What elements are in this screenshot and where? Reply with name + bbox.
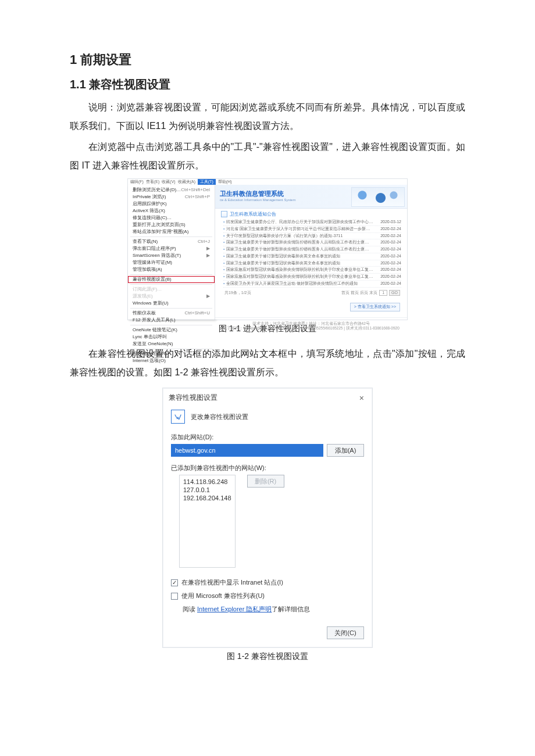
notice-row[interactable]: •国家卫生健康委关于修订新型冠状病毒肺炎英文命名事宜的通知2020-02-24 — [223, 260, 401, 267]
menu-item[interactable]: SmartScreen 筛选器(T)▶ — [128, 252, 215, 259]
site-title: 卫生科教信息管理系统 — [220, 190, 295, 198]
add-site-label: 添加此网站(D): — [163, 433, 372, 444]
menubar-item[interactable]: 收藏(V) — [162, 180, 175, 185]
list-item[interactable]: 114.118.96.248 — [183, 478, 231, 486]
intranet-checkbox[interactable]: ✓ — [171, 579, 178, 586]
notice-row[interactable]: •全国爱卫办关于深入开展爱国卫生运动 做好新冠肺炎疫情防控工作的通知2020-0… — [223, 281, 401, 288]
notice-row[interactable]: •国家卫生健康委关于做好新型肺炎疫情防控牺牲医务人员和防疫工作者烈士褒…2020… — [223, 246, 401, 253]
menu-item[interactable]: 管理媒体许可证(M) — [128, 259, 215, 266]
close-button[interactable]: 关闭(C) — [327, 626, 364, 639]
menu-item[interactable]: InPrivate 浏览(I)Ctrl+Shift+P — [128, 194, 215, 200]
ie-menubar: 编辑(F) 查看(E) 收藏(V) 收藏夹(A) 工具(T) 帮助(H) — [128, 179, 407, 185]
intranet-checkbox-label: 在兼容性视图中显示 Intranet 站点(I) — [181, 578, 283, 587]
site-subtitle: ce & Education Information Management Sy… — [220, 198, 295, 203]
figure-2-caption: 图 1-2 兼容性视图设置 — [70, 651, 465, 662]
site-footer: 技术支持：河北省卫生健康委 | 地址：河北省石家庄市合作路42号 电子邮件：hb… — [215, 317, 407, 333]
pager-go-button[interactable]: GO — [389, 290, 400, 296]
menu-item[interactable]: Windows 更新(U) — [128, 300, 215, 307]
pager-page-input[interactable]: 1 — [379, 290, 387, 296]
menu-item[interactable]: ActiveX 筛选(X) — [128, 207, 215, 214]
menu-item[interactable]: Lync 单击以呼叫 — [128, 334, 215, 341]
page-content: 卫生科教信息管理系统 ce & Education Information Ma… — [215, 185, 407, 320]
view-more-button[interactable]: > 查看卫生系统通知 >> — [350, 303, 400, 311]
dialog-heading: 更改兼容性视图设置 — [191, 413, 248, 421]
menubar-item[interactable]: 编辑(F) — [130, 180, 144, 185]
list-item[interactable]: 192.168.204.148 — [183, 494, 231, 502]
menu-item[interactable]: 性能仪表板Ctrl+Shift+U — [128, 310, 215, 317]
menubar-item[interactable]: 查看(E) — [146, 180, 159, 185]
remove-button[interactable]: 删除(R) — [247, 475, 284, 488]
pager-summary: 共19条，1/2页 — [224, 291, 251, 296]
privacy-link[interactable]: Internet Explorer 隐私声明 — [197, 605, 272, 612]
notice-row[interactable]: •转发国家卫生健康委办公厅、民政部办公厅关于加强应对新冠肺炎疫情工作中心…202… — [223, 219, 401, 226]
notice-section-title: 卫生科教系统通知公告 — [221, 211, 404, 217]
paragraph-step2: 在兼容性视图设置的对话框的添加此网站文本框中，填写系统地址，点击"添加"按钮，完… — [70, 345, 465, 382]
menubar-help[interactable]: 帮助(H) — [218, 180, 232, 185]
add-site-input[interactable] — [171, 444, 323, 457]
menu-item: 订阅此源(F)… — [128, 286, 215, 293]
pager: 共19条，1/2页 首页 前页 后页 末页 1 GO — [224, 288, 400, 298]
notice-row[interactable]: •国家应急应对新型冠状病毒感染肺炎疫情联防联控机制关于印发企事业单位工复…202… — [223, 267, 401, 274]
list-item[interactable]: 127.0.0.1 — [183, 486, 231, 494]
menubar-tools[interactable]: 工具(T) — [198, 179, 216, 185]
menu-item[interactable]: 兼容性视图设置(B) — [128, 276, 215, 283]
privacy-line: 阅读 Internet Explorer 隐私声明了解详细信息 — [183, 605, 310, 614]
menu-item[interactable]: 修复连接问题(C)… — [128, 214, 215, 221]
banner-illustration — [351, 187, 405, 207]
menubar-item[interactable]: 收藏夹(A) — [178, 180, 195, 185]
site-banner: 卫生科教信息管理系统 ce & Education Information Ma… — [215, 185, 407, 209]
menu-item[interactable]: 查看下载(N)Ctrl+J — [128, 238, 215, 245]
dialog-title: 兼容性视图设置 — [169, 393, 217, 403]
notice-row[interactable]: •关于印发新型冠状病毒肺炎诊疗方案（试行第六版）的通知-37112020-02-… — [223, 233, 401, 240]
notice-row[interactable]: •国家卫生健康委关于做好新型肺炎疫情防控牺牲医务人员和防疫工作者烈士褒…2020… — [223, 239, 401, 246]
paragraph-intro: 说明：浏览器兼容视图设置，可能因浏览器或系统不同而有所差异。具体情况，可以百度或… — [70, 98, 465, 135]
mslist-checkbox[interactable] — [171, 593, 178, 600]
menu-item[interactable]: OneNote 链接笔记(K) — [128, 327, 215, 334]
added-list-label: 已添加到兼容性视图中的网站(W): — [163, 464, 372, 475]
heading-1: 1 前期设置 — [70, 51, 465, 69]
tools-dropdown: 删除浏览历史记录(D)…Ctrl+Shift+DelInPrivate 浏览(I… — [128, 185, 215, 320]
menu-item[interactable]: 删除浏览历史记录(D)…Ctrl+Shift+Del — [128, 187, 215, 194]
menu-item[interactable]: 弹出窗口阻止程序(P)▶ — [128, 245, 215, 252]
menu-item[interactable]: 重新打开上次浏览页面(S) — [128, 221, 215, 228]
menu-item[interactable]: 管理加载项(A) — [128, 266, 215, 273]
heading-1-1: 1.1 兼容性视图设置 — [70, 77, 465, 92]
menu-item[interactable]: F12 开发人员工具(L) — [128, 317, 215, 324]
notice-row[interactable]: •河北省 国家卫生健康委关于深入学习贯彻习近平总书记重要指示精神进一步新…202… — [223, 226, 401, 233]
close-icon[interactable]: × — [357, 394, 366, 402]
menu-item[interactable]: 启用跟踪保护(K) — [128, 200, 215, 207]
paragraph-step1: 在浏览器中点击浏览器工具条中的"工具"-"兼容性视图设置"，进入兼容性视图设置页… — [70, 138, 465, 175]
figure-2-dialog: 兼容性视图设置 × 更改兼容性视图设置 添加此网站(D): 添加(A) 已添加到… — [162, 388, 373, 648]
mslist-checkbox-label: 使用 Microsoft 兼容性列表(U) — [181, 592, 265, 600]
pager-nav[interactable]: 首页 前页 后页 末页 — [341, 291, 377, 296]
notice-row[interactable]: •国家应急应对新型冠状病毒感染肺炎疫情联防联控机制关于印发企事业单位工复…202… — [223, 274, 401, 281]
figure-1: 编辑(F) 查看(E) 收藏(V) 收藏夹(A) 工具(T) 帮助(H) 删除浏… — [127, 178, 408, 320]
menu-item: 源发现(E)▶ — [128, 293, 215, 300]
added-sites-list[interactable]: 114.118.96.248127.0.0.1192.168.204.148 — [179, 475, 236, 568]
menu-item[interactable]: 将站点添加到"应用"视图(A) — [128, 228, 215, 235]
compat-icon — [171, 410, 185, 424]
notice-row[interactable]: •国家卫生健康委关于修订新型冠状病毒肺炎英文命名事宜的通知2020-02-24 — [223, 253, 401, 260]
notice-list: •转发国家卫生健康委办公厅、民政部办公厅关于加强应对新冠肺炎疫情工作中心…202… — [221, 219, 404, 288]
add-button[interactable]: 添加(A) — [327, 444, 364, 457]
